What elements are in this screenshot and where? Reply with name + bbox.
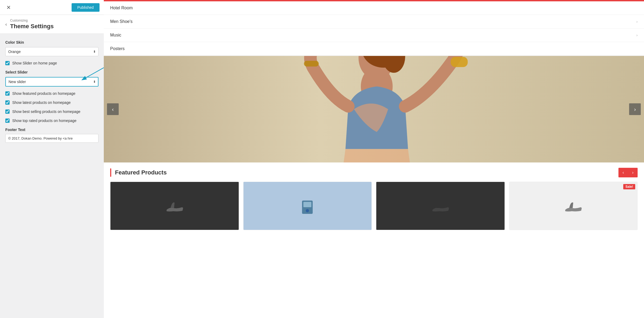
nav-item-label: Posters	[110, 46, 125, 51]
footer-section: Footer Text	[5, 128, 98, 143]
product-icon	[563, 195, 584, 217]
show-latest-row: Show latest products on homepage	[5, 100, 98, 105]
featured-prev-button[interactable]: ‹	[618, 168, 628, 177]
show-best-selling-row: Show best selling products on homepage	[5, 109, 98, 114]
nav-item-label: Hotel Room	[110, 6, 133, 10]
section-header: Featured Products ‹ ›	[110, 168, 638, 177]
customizing-label: Customizing	[10, 19, 54, 22]
product-image	[243, 182, 372, 230]
footer-text-input[interactable]	[5, 134, 98, 143]
show-top-rated-row: Show top rated products on homepage	[5, 119, 98, 123]
sale-badge: Sale!	[623, 184, 635, 189]
nav-item-label: Men Shoe's	[110, 19, 133, 24]
close-button[interactable]: ✕	[4, 3, 13, 12]
published-button[interactable]: Published	[72, 3, 100, 12]
color-skin-select[interactable]: Orange Blue Red Green	[5, 47, 98, 56]
product-card[interactable]	[110, 182, 239, 230]
svg-rect-10	[451, 57, 468, 67]
product-card[interactable]	[243, 182, 372, 230]
svg-point-15	[306, 209, 309, 212]
slider-area: ‹ ›	[104, 56, 644, 162]
top-bar: ✕ Published	[0, 0, 104, 15]
select-slider-container: New slider Home Slider Featured Slider ⬍	[5, 77, 98, 87]
settings-panel: Color Skin Orange Blue Red Green ⬍ Show …	[0, 34, 104, 318]
customizing-header: ‹ Customizing Theme Settings	[0, 15, 104, 34]
nav-item-hotel-room[interactable]: Hotel Room	[104, 1, 644, 15]
chevron-right-icon: ›	[636, 33, 638, 37]
products-grid: Sale!	[110, 182, 638, 230]
select-slider-select[interactable]: New slider Home Slider Featured Slider	[5, 77, 98, 87]
product-card[interactable]: Sale!	[509, 182, 638, 230]
show-featured-label: Show featured products on homepage	[12, 91, 75, 96]
slider-next-button[interactable]: ›	[629, 103, 641, 115]
section-title-bar: Featured Products	[110, 168, 167, 177]
footer-text-label: Footer Text	[5, 128, 98, 132]
nav-item-music[interactable]: Music ›	[104, 28, 644, 42]
show-featured-row: Show featured products on homepage	[5, 91, 98, 96]
product-image	[509, 182, 638, 230]
slider-svg	[104, 56, 644, 162]
product-image	[110, 182, 239, 230]
show-best-selling-checkbox[interactable]	[5, 109, 10, 114]
color-skin-select-wrapper: Orange Blue Red Green ⬍	[5, 47, 98, 56]
product-icon	[297, 195, 318, 217]
show-slider-row: Show Slider on home page	[5, 61, 98, 65]
customizing-text: Customizing Theme Settings	[10, 19, 54, 30]
product-card[interactable]	[376, 182, 505, 230]
left-panel: ✕ Published ‹ Customizing Theme Settings…	[0, 0, 104, 318]
show-slider-label: Show Slider on home page	[12, 61, 57, 65]
right-panel: Hotel Room Men Shoe's › Music › Posters	[104, 0, 644, 318]
show-latest-label: Show latest products on homepage	[12, 100, 71, 105]
shoe-icon	[430, 195, 451, 217]
show-top-rated-label: Show top rated products on homepage	[12, 119, 76, 123]
red-accent-bar	[110, 168, 111, 177]
show-latest-checkbox[interactable]	[5, 100, 10, 105]
slider-prev-button[interactable]: ‹	[107, 103, 119, 115]
nav-item-label: Music	[110, 33, 121, 38]
select-slider-label: Select Slider	[5, 70, 98, 74]
customizing-title: Theme Settings	[10, 23, 54, 30]
featured-title: Featured Products	[115, 169, 167, 176]
slider-image	[104, 56, 644, 162]
chevron-right-icon: ›	[636, 19, 638, 24]
show-featured-checkbox[interactable]	[5, 91, 10, 96]
shoe-icon	[164, 195, 185, 217]
show-best-selling-label: Show best selling products on homepage	[12, 109, 80, 114]
show-top-rated-checkbox[interactable]	[5, 119, 10, 123]
select-slider-wrapper: New slider Home Slider Featured Slider ⬍	[5, 77, 98, 87]
show-slider-checkbox[interactable]	[5, 61, 10, 65]
featured-nav-buttons: ‹ ›	[618, 168, 638, 177]
product-image	[376, 182, 505, 230]
nav-menu: Hotel Room Men Shoe's › Music › Posters	[104, 1, 644, 56]
featured-next-button[interactable]: ›	[628, 168, 638, 177]
color-skin-label: Color Skin	[5, 40, 98, 44]
nav-item-posters[interactable]: Posters	[104, 42, 644, 56]
back-button[interactable]: ‹	[5, 22, 7, 27]
nav-item-men-shoes[interactable]: Men Shoe's ›	[104, 15, 644, 28]
svg-rect-9	[304, 61, 319, 66]
svg-rect-14	[303, 202, 311, 207]
featured-section: Featured Products ‹ ›	[104, 162, 644, 235]
